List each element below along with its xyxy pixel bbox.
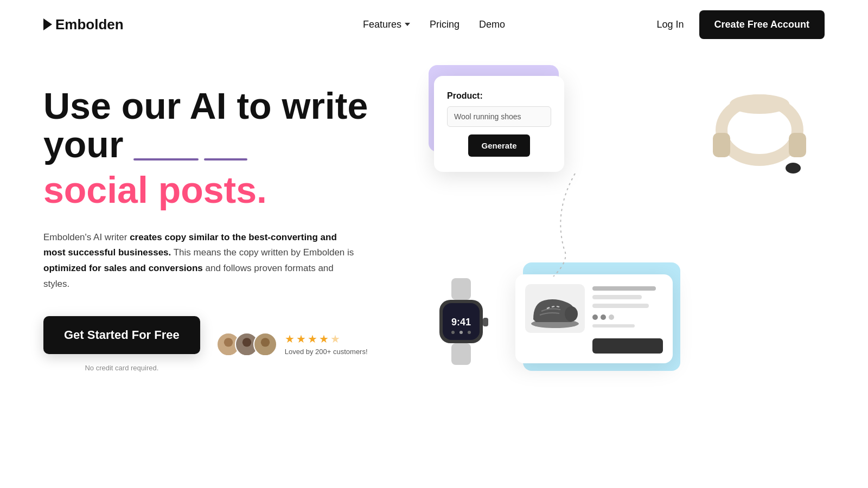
pricing-link[interactable]: Pricing xyxy=(430,19,459,30)
nav-links: Features Pricing Demo xyxy=(363,19,505,30)
features-link[interactable]: Features xyxy=(363,19,401,30)
shoe-detail-line-1 xyxy=(592,286,656,291)
headphones-image xyxy=(705,92,814,187)
underline-accent-2 xyxy=(204,158,247,160)
generate-button[interactable]: Generate xyxy=(468,134,529,157)
product-card: Product: Generate xyxy=(434,76,564,172)
shoe-detail-line-3 xyxy=(592,304,649,308)
shoe-detail-line-2 xyxy=(592,295,642,299)
shoe-dot-1 xyxy=(592,314,598,320)
desc-bold-2: optimized for sales and conversions xyxy=(43,263,203,273)
get-started-button[interactable]: Get Started For Free xyxy=(43,316,200,354)
shoe-card-inner xyxy=(525,284,663,354)
proof-text: Loved by 200+ customers! xyxy=(285,348,368,356)
shoe-image-area xyxy=(525,284,585,333)
bottom-section: 9:41 xyxy=(423,274,673,363)
avatars xyxy=(216,332,277,356)
hero-actions: Get Started For Free No credit card requ… xyxy=(43,316,423,372)
star-2: ★ xyxy=(296,332,306,345)
shoe-dots xyxy=(592,314,663,320)
nav-item-pricing[interactable]: Pricing xyxy=(430,19,459,30)
avatar-3 xyxy=(253,332,277,356)
desc-normal-1: Embolden's AI writer xyxy=(43,232,130,242)
star-1: ★ xyxy=(285,332,295,345)
hero-right: Product: Generate xyxy=(423,70,825,396)
shoe-dot-2 xyxy=(601,314,606,320)
underline-accent-1 xyxy=(133,158,199,160)
shoe-dot-3 xyxy=(609,314,614,320)
svg-point-21 xyxy=(565,306,578,322)
hero-headline-line1: Use our AI to write your xyxy=(43,87,423,164)
star-3: ★ xyxy=(308,332,317,345)
shoe-buy-button xyxy=(592,338,663,354)
shoe-svg xyxy=(528,287,582,330)
star-5: ★ xyxy=(330,332,340,345)
nav-item-features[interactable]: Features xyxy=(363,19,410,30)
svg-point-18 xyxy=(468,331,471,334)
svg-point-1 xyxy=(221,347,235,355)
shoe-detail-line-4 xyxy=(592,324,635,328)
svg-text:9:41: 9:41 xyxy=(451,317,471,328)
svg-point-5 xyxy=(258,347,272,355)
svg-rect-19 xyxy=(483,318,488,326)
svg-point-0 xyxy=(224,338,233,346)
login-link[interactable]: Log In xyxy=(657,19,684,30)
svg-point-16 xyxy=(451,331,455,334)
cta-col: Get Started For Free No credit card requ… xyxy=(43,316,200,372)
svg-rect-7 xyxy=(713,133,730,157)
svg-point-17 xyxy=(459,331,463,334)
watch-svg: 9:41 xyxy=(423,275,499,368)
svg-point-4 xyxy=(261,338,270,346)
svg-rect-12 xyxy=(451,343,471,365)
star-4: ★ xyxy=(319,332,329,345)
stars: ★ ★ ★ ★ ★ xyxy=(285,332,368,345)
hero-left: Use our AI to write your social posts. E… xyxy=(43,70,423,396)
nav-right: Log In Create Free Account xyxy=(657,10,825,39)
social-proof: ★ ★ ★ ★ ★ Loved by 200+ customers! xyxy=(216,332,368,356)
avatar-3-img xyxy=(254,333,276,355)
hero-section: Use our AI to write your social posts. E… xyxy=(0,49,868,396)
desc-normal-2: This means the copy written by Embolden … xyxy=(171,247,354,258)
logo[interactable]: Embolden xyxy=(43,16,124,33)
svg-point-3 xyxy=(240,347,253,355)
demo-link[interactable]: Demo xyxy=(479,19,505,30)
shoe-card xyxy=(515,274,673,363)
logo-text: Embolden xyxy=(55,16,124,33)
hero-description: Embolden's AI writer creates copy simila… xyxy=(43,230,358,293)
product-input[interactable] xyxy=(447,106,551,127)
no-cc-text: No credit card required. xyxy=(43,364,200,372)
logo-arrow-icon xyxy=(43,18,52,30)
navbar: Embolden Features Pricing Demo Log In Cr… xyxy=(0,0,868,49)
create-account-button[interactable]: Create Free Account xyxy=(699,10,825,39)
svg-rect-8 xyxy=(789,133,806,157)
chevron-down-icon xyxy=(405,23,410,26)
watch-image: 9:41 xyxy=(423,275,499,362)
svg-point-10 xyxy=(786,163,801,174)
svg-point-9 xyxy=(730,94,789,114)
svg-point-2 xyxy=(242,338,251,346)
nav-item-demo[interactable]: Demo xyxy=(479,19,505,30)
svg-rect-11 xyxy=(451,278,471,300)
stars-wrapper: ★ ★ ★ ★ ★ Loved by 200+ customers! xyxy=(285,332,368,356)
dot-curve-decoration xyxy=(521,168,586,277)
shoe-details xyxy=(592,284,663,354)
hero-headline-pink: social posts. xyxy=(43,170,423,210)
product-label: Product: xyxy=(447,91,551,101)
headphones-svg xyxy=(705,92,814,184)
